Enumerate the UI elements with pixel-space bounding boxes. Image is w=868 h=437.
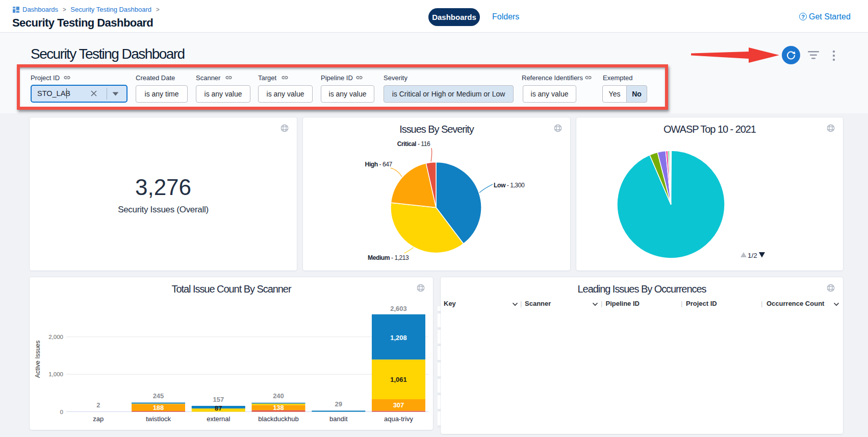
svg-text:High - 647: High - 647 bbox=[365, 161, 393, 168]
svg-text:2,603: 2,603 bbox=[390, 305, 407, 312]
svg-text:157: 157 bbox=[213, 395, 224, 403]
svg-text:87: 87 bbox=[215, 404, 222, 412]
svg-text:blackduckhub: blackduckhub bbox=[258, 415, 299, 423]
svg-text:Medium - 1,213: Medium - 1,213 bbox=[368, 254, 409, 261]
svg-text:external: external bbox=[207, 415, 230, 423]
svg-text:1,000: 1,000 bbox=[48, 371, 63, 377]
svg-text:Low - 1,300: Low - 1,300 bbox=[494, 181, 525, 188]
svg-text:twistlock: twistlock bbox=[146, 415, 171, 423]
svg-text:2,000: 2,000 bbox=[48, 333, 63, 339]
svg-text:1/2: 1/2 bbox=[748, 252, 757, 259]
svg-text:29: 29 bbox=[335, 400, 342, 408]
svg-text:bandit: bandit bbox=[329, 415, 348, 423]
svg-text:245: 245 bbox=[153, 392, 164, 400]
svg-text:138: 138 bbox=[273, 403, 284, 411]
svg-text:1,061: 1,061 bbox=[390, 376, 407, 383]
svg-text:2: 2 bbox=[96, 401, 100, 409]
svg-text:188: 188 bbox=[153, 403, 164, 411]
svg-text:1,208: 1,208 bbox=[390, 334, 407, 342]
svg-text:zap: zap bbox=[93, 415, 104, 423]
svg-text:307: 307 bbox=[393, 401, 404, 408]
svg-text:Critical - 116: Critical - 116 bbox=[397, 140, 430, 147]
svg-text:0: 0 bbox=[60, 408, 63, 415]
svg-text:Active Issues: Active Issues bbox=[34, 340, 41, 378]
svg-text:aqua-trivy: aqua-trivy bbox=[384, 415, 414, 423]
svg-text:240: 240 bbox=[273, 392, 284, 400]
